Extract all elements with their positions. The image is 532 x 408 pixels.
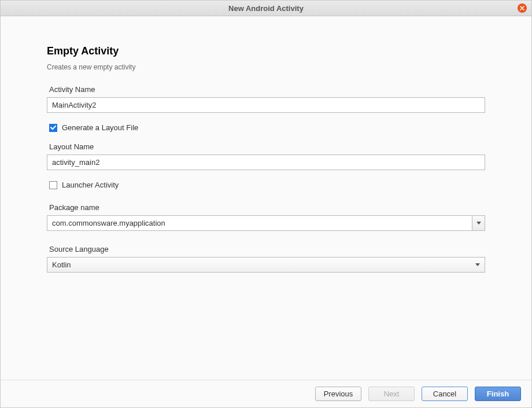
dialog-footer: Previous Next Cancel Finish <box>1 380 531 407</box>
dialog-window: New Android Activity Empty Activity Crea… <box>0 0 532 408</box>
launcher-activity-label[interactable]: Launcher Activity <box>62 181 119 189</box>
next-button: Next <box>368 387 415 401</box>
layout-name-input[interactable] <box>47 155 485 170</box>
launcher-activity-row: Launcher Activity <box>47 181 485 189</box>
page-subtitle: Creates a new empty activity <box>47 63 485 71</box>
layout-name-label: Layout Name <box>47 142 485 151</box>
generate-layout-label[interactable]: Generate a Layout File <box>62 123 138 132</box>
close-icon <box>520 6 524 10</box>
cancel-button[interactable]: Cancel <box>422 387 468 401</box>
source-language-value: Kotlin <box>52 260 475 269</box>
source-language-row: Source Language Kotlin <box>47 245 485 273</box>
previous-button[interactable]: Previous <box>315 387 361 401</box>
generate-layout-row: Generate a Layout File <box>47 123 485 132</box>
chevron-down-icon <box>475 263 480 266</box>
title-bar: New Android Activity <box>1 1 531 16</box>
page-title: Empty Activity <box>47 45 485 57</box>
activity-name-row: Activity Name <box>47 85 485 113</box>
package-name-value: com.commonsware.myapplication <box>47 216 472 230</box>
finish-button[interactable]: Finish <box>475 387 521 401</box>
generate-layout-checkbox[interactable] <box>49 124 57 132</box>
source-language-label: Source Language <box>47 245 485 253</box>
source-language-dropdown[interactable]: Kotlin <box>47 257 485 273</box>
layout-name-row: Layout Name <box>47 142 485 170</box>
dialog-content: Empty Activity Creates a new empty activ… <box>1 16 531 380</box>
package-name-label: Package name <box>47 203 485 212</box>
window-title: New Android Activity <box>228 4 304 13</box>
close-button[interactable] <box>518 3 527 13</box>
package-name-combo[interactable]: com.commonsware.myapplication <box>47 215 485 231</box>
activity-name-input[interactable] <box>47 97 485 113</box>
package-name-dropdown-button[interactable] <box>472 216 485 230</box>
package-name-row: Package name com.commonsware.myapplicati… <box>47 203 485 231</box>
chevron-down-icon <box>476 222 481 225</box>
activity-name-label: Activity Name <box>47 85 485 94</box>
launcher-activity-checkbox[interactable] <box>49 181 57 189</box>
